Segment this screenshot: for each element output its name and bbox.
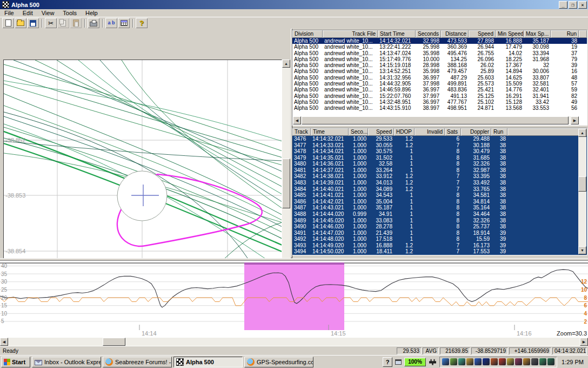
table-row[interactable]: 349214:14:48.0201.00017.5181815.5939 bbox=[292, 236, 587, 242]
scrollbar-thumb[interactable] bbox=[302, 116, 569, 124]
cut-button[interactable]: ✂ bbox=[45, 18, 57, 28]
table-row[interactable]: 347714:14:33.0211.00030.0551.2730.18838 bbox=[292, 142, 587, 149]
table-row[interactable]: 347914:14:35.0211.00031.5021831.68538 bbox=[292, 155, 587, 161]
paste-button[interactable] bbox=[70, 18, 82, 28]
table-row[interactable]: Alpha 500andrewd white_10...14:14:32.021… bbox=[292, 38, 587, 44]
table-row[interactable]: 348114:14:37.0211.00033.2641832.98738 bbox=[292, 167, 587, 174]
restore-button[interactable]: ❐ bbox=[569, 1, 577, 9]
title-bar[interactable]: Alpha 500 _ ❐ ✕ bbox=[0, 0, 588, 9]
audio-icon[interactable] bbox=[450, 358, 457, 365]
scrollbar-arrow[interactable]: ◀ bbox=[293, 116, 301, 124]
table-row[interactable]: Alpha 500andrewd white_10...14:13:47.024… bbox=[292, 50, 587, 56]
column-header-distance[interactable]: Distance bbox=[441, 30, 469, 38]
runs-horizontal-scrollbar[interactable]: ◀▶ bbox=[293, 116, 579, 124]
security-icon[interactable] bbox=[466, 358, 473, 365]
table-row[interactable]: Alpha 500andrewd white_10...14:44:32.905… bbox=[292, 81, 587, 87]
bluetooth-icon[interactable] bbox=[483, 358, 490, 365]
table-row[interactable]: Alpha 500andrewd white_10...15:17:49.776… bbox=[292, 56, 587, 62]
column-header-speed[interactable]: Speed bbox=[368, 128, 394, 136]
scrollbar-track[interactable] bbox=[578, 129, 586, 254]
table-row[interactable]: Alpha 500andrewd white_10...14:43:15.910… bbox=[292, 105, 587, 111]
open-button[interactable] bbox=[15, 18, 26, 28]
vpn-icon[interactable] bbox=[491, 358, 498, 365]
grid-view-button[interactable] bbox=[118, 18, 130, 28]
task-button-gps-speedsurfing-com[interactable]: GPS-Speedsurfing.com ::... bbox=[244, 357, 313, 367]
sort-ab-button[interactable]: a b bbox=[105, 18, 117, 28]
chart-selection-region[interactable] bbox=[244, 264, 344, 330]
menu-tools[interactable]: Tools bbox=[58, 9, 81, 17]
scrollbar-thumb[interactable] bbox=[103, 338, 125, 346]
network-icon[interactable] bbox=[442, 358, 449, 365]
table-row[interactable]: 348014:14:36.0211.00032.581832.32638 bbox=[292, 161, 587, 167]
task-button-alpha-500[interactable]: Alpha 500 bbox=[173, 357, 243, 367]
scrollbar-arrow[interactable]: ◀ bbox=[0, 338, 8, 346]
table-row[interactable]: 348714:14:43.0211.00035.1871835.16438 bbox=[292, 205, 587, 211]
start-button[interactable]: Start bbox=[1, 357, 30, 367]
scrollbar-arrow[interactable]: ▲ bbox=[282, 60, 290, 68]
column-header-track[interactable]: Track bbox=[292, 128, 311, 136]
copy-button[interactable] bbox=[57, 18, 69, 28]
chart-horizontal-scrollbar[interactable]: ◀▶ bbox=[0, 338, 588, 346]
scrollbar-track[interactable] bbox=[0, 338, 588, 346]
help-button[interactable]: ? bbox=[136, 18, 148, 28]
column-header-minspeed[interactable]: Min Speed bbox=[496, 30, 524, 38]
table-row[interactable]: 349014:14:46.0201.00028.2781825.73738 bbox=[292, 224, 587, 230]
table-row[interactable]: Alpha 500andrewd white_10...13:22:41.222… bbox=[292, 44, 587, 50]
minimize-button[interactable]: _ bbox=[559, 1, 567, 9]
table-row[interactable]: 348914:14:45.0201.00033.0831832.32638 bbox=[292, 218, 587, 224]
column-header-run[interactable]: Run bbox=[491, 128, 507, 136]
table-row[interactable]: Alpha 500andrewd white_10...13:14:52.251… bbox=[292, 68, 587, 74]
menu-edit[interactable]: Edit bbox=[18, 9, 37, 17]
display-icon[interactable] bbox=[547, 358, 554, 365]
sync-icon[interactable] bbox=[531, 358, 538, 365]
column-header-run[interactable]: Run bbox=[551, 30, 579, 38]
column-header-sats[interactable]: Sats bbox=[445, 128, 461, 136]
scrollbar-arrow[interactable]: ▶ bbox=[571, 116, 579, 124]
table-row[interactable]: 348214:14:38.0211.00033.9121.2733.39538 bbox=[292, 173, 587, 180]
pen-icon[interactable] bbox=[507, 358, 514, 365]
table-row[interactable]: 347614:14:32.0211.00029.5331.2629.48838 bbox=[292, 136, 587, 142]
points-vertical-scrollbar[interactable]: ▲▼ bbox=[578, 129, 586, 254]
table-row[interactable]: 349314:14:49.0201.00016.8881.2716.17339 bbox=[292, 242, 587, 249]
map-vertical-scrollbar[interactable]: ▲▼ bbox=[282, 60, 290, 277]
usb-icon[interactable] bbox=[539, 358, 546, 365]
table-row[interactable]: 347814:14:34.0211.00030.5751830.47938 bbox=[292, 148, 587, 155]
messenger-icon[interactable] bbox=[475, 358, 482, 365]
scrollbar-thumb[interactable] bbox=[282, 159, 290, 208]
scrollbar-thumb[interactable] bbox=[578, 176, 586, 192]
task-button-inbox-outlook-express[interactable]: Inbox - Outlook Express bbox=[32, 357, 101, 367]
scrollbar-arrow[interactable]: ▲ bbox=[578, 129, 586, 137]
wireless-icon[interactable] bbox=[523, 358, 530, 365]
table-row[interactable]: 349414:14:50.0201.00018.4111.2717.55339 bbox=[292, 248, 587, 255]
scrollbar-arrow[interactable]: ▼ bbox=[578, 246, 586, 254]
window-tray-icon[interactable] bbox=[395, 359, 402, 365]
column-header-doppler[interactable]: Doppler bbox=[461, 128, 491, 136]
phone-icon[interactable] bbox=[458, 358, 465, 365]
map-cursor-circle[interactable] bbox=[117, 171, 167, 221]
update-icon[interactable] bbox=[515, 358, 522, 365]
table-row[interactable]: Alpha 500andrewd white_10...14:46:59.896… bbox=[292, 87, 587, 93]
column-header-speed[interactable]: Speed bbox=[469, 30, 496, 38]
table-row[interactable]: 348414:14:40.0211.00034.0891.2733.76538 bbox=[292, 186, 587, 193]
map-plot[interactable]: 146.164146.166146.168-38.852-38.853-38.8… bbox=[3, 60, 282, 277]
table-row[interactable]: 348314:14:39.0211.00034.0131.2733.49238 bbox=[292, 180, 587, 186]
close-button[interactable]: ✕ bbox=[578, 1, 587, 9]
help-tray-button[interactable]: ? bbox=[383, 357, 392, 367]
battery-indicator[interactable]: 100% bbox=[404, 358, 426, 366]
save-button[interactable] bbox=[27, 18, 39, 28]
table-row[interactable]: Alpha 500andrewd white_10...14:15:19.018… bbox=[292, 62, 587, 68]
print-button[interactable] bbox=[88, 18, 99, 28]
column-header-seconds[interactable]: Seconds bbox=[416, 30, 441, 38]
column-header-seco[interactable]: Seco... bbox=[349, 128, 368, 136]
table-row[interactable]: 348514:14:41.0211.00034.5431834.58138 bbox=[292, 192, 587, 199]
column-header-division[interactable]: Division bbox=[292, 30, 323, 38]
column-header-hdop[interactable]: HDOP bbox=[394, 128, 415, 136]
table-row[interactable]: Alpha 500andrewd white_10...14:31:32.956… bbox=[292, 75, 587, 81]
menu-help[interactable]: Help bbox=[81, 9, 102, 17]
menu-file[interactable]: File bbox=[0, 9, 18, 17]
gps-track-map[interactable]: 146.164146.166146.168-38.852-38.853-38.8… bbox=[4, 60, 282, 276]
speed-chart[interactable]: 4035302520151051210864214:1414:1514:16Zo… bbox=[0, 261, 588, 338]
table-row[interactable]: 348814:14:44.0200.99934.911834.46438 bbox=[292, 211, 587, 218]
table-row[interactable]: Alpha 500andrewd white_10...14:32:48.951… bbox=[292, 99, 587, 105]
column-header-maxsp[interactable]: Max Sp... bbox=[524, 30, 551, 38]
